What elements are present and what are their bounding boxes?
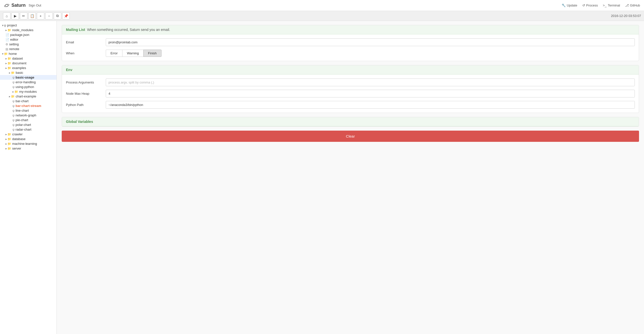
sidebar-item-my-modules[interactable]: ▸📁my-modules <box>0 89 56 94</box>
server-icon: ▸📁 <box>6 147 11 150</box>
crawler-label: crawler <box>12 132 23 136</box>
copy-button[interactable]: ⧉ <box>54 13 61 20</box>
add-button[interactable]: + <box>37 13 44 20</box>
sidebar-item-project[interactable]: ▾ψproject <box>0 23 56 28</box>
sidebar-item-server[interactable]: ▸📁server <box>0 146 56 151</box>
bar-chart-icon: ψ <box>12 99 15 103</box>
navbar-left: Saturn Sign Out <box>4 3 41 8</box>
node-heap-label: Node Max Heap <box>66 92 106 95</box>
sidebar-item-setting[interactable]: ⚙setting <box>0 42 56 47</box>
sign-out-link[interactable]: Sign Out <box>28 4 41 7</box>
basic-label: basic <box>16 71 23 75</box>
sidebar-item-basic[interactable]: ▸📁basic <box>0 70 56 75</box>
editor-icon: 📄 <box>6 38 9 41</box>
pin-button[interactable]: 📌 <box>62 13 70 20</box>
sidebar-item-chart-example[interactable]: ▸📁chart-example <box>0 94 56 99</box>
mailing-list-header: Mailing List When something occurred, Sa… <box>62 25 639 34</box>
examples-icon: ▸📁 <box>6 66 11 70</box>
chart-example-icon: ▸📁 <box>9 95 15 98</box>
home-label: home <box>9 52 17 56</box>
dataset-icon: ▸📁 <box>6 57 11 60</box>
saturn-logo-icon <box>4 3 10 8</box>
sidebar: ▾ψproject▸📁node_modules📄package.json📄edi… <box>0 21 57 334</box>
error-button[interactable]: Error <box>106 50 122 57</box>
toolbar-timestamp: 2016-12-20 03:53:07 <box>611 14 641 18</box>
process-args-input[interactable] <box>106 79 635 86</box>
bar-chart-label: bar-chart <box>16 99 28 103</box>
node_modules-icon: ▸📁 <box>6 28 11 32</box>
terminal-icon: >_ <box>603 4 607 7</box>
email-input[interactable] <box>106 38 635 46</box>
database-icon: ▸📁 <box>6 137 11 141</box>
sidebar-item-node_modules[interactable]: ▸📁node_modules <box>0 28 56 32</box>
process-action[interactable]: ↺ Process <box>582 4 598 7</box>
sidebar-item-document[interactable]: ▸📁document <box>0 61 56 66</box>
error-handling-icon: ψ <box>12 81 15 84</box>
when-label: When <box>66 51 106 55</box>
sidebar-item-error-handling[interactable]: ψerror-handling <box>0 80 56 84</box>
pie-chart-icon: ψ <box>12 118 15 122</box>
sidebar-item-package_json[interactable]: 📄package.json <box>0 32 56 37</box>
run-button[interactable]: ▶ <box>12 13 19 20</box>
python-path-row: Python Path <box>66 101 635 109</box>
toolbar: ⌂ ▶ ✏ 📋 + − ⧉ 📌 2016-12-20 03:53:07 <box>0 11 644 21</box>
update-action[interactable]: 🔧 Update <box>562 4 577 7</box>
python-path-input[interactable] <box>106 101 635 109</box>
brand: Saturn <box>4 3 26 8</box>
sidebar-item-pie-chart[interactable]: ψpie-chart <box>0 118 56 122</box>
crawler-icon: ▸📁 <box>6 133 11 136</box>
machine-learning-icon: ▸📁 <box>6 142 11 145</box>
examples-label: examples <box>12 66 26 70</box>
env-header: Env <box>62 65 639 75</box>
warning-button[interactable]: Warning <box>122 50 144 57</box>
env-section: Env Process Arguments Node Max Heap Pyth… <box>62 65 639 113</box>
sidebar-item-radar-chart[interactable]: ψradar-chart <box>0 127 56 132</box>
sidebar-item-line-chart[interactable]: ψline-chart <box>0 108 56 113</box>
when-row: When Error Warning Finish <box>66 50 635 57</box>
sidebar-item-database[interactable]: ▸📁database <box>0 137 56 141</box>
sidebar-item-editor[interactable]: 📄editor <box>0 37 56 42</box>
line-chart-icon: ψ <box>12 109 15 112</box>
sidebar-item-crawler[interactable]: ▸📁crawler <box>0 132 56 137</box>
sidebar-item-machine-learning[interactable]: ▸📁machine-learning <box>0 141 56 146</box>
top-navbar: Saturn Sign Out 🔧 Update ↺ Process >_ Te… <box>0 0 644 11</box>
machine-learning-label: machine-learning <box>12 142 37 145</box>
sidebar-item-dataset[interactable]: ▸📁dataset <box>0 56 56 61</box>
env-body: Process Arguments Node Max Heap Python P… <box>62 75 639 113</box>
sidebar-item-home[interactable]: ▾📁home <box>0 51 56 56</box>
process-args-row: Process Arguments <box>66 79 635 86</box>
setting-label: setting <box>9 42 19 46</box>
sidebar-item-examples[interactable]: ▸📁examples <box>0 66 56 70</box>
remote-icon: ▤ <box>6 47 8 51</box>
sidebar-item-using-python[interactable]: ψusing-python <box>0 84 56 89</box>
sidebar-item-bar-chart-stream[interactable]: ψbar-chart-stream <box>0 103 56 108</box>
sidebar-item-remote[interactable]: ▤remote <box>0 47 56 51</box>
terminal-action[interactable]: >_ Terminal <box>603 4 620 7</box>
basic-usage-icon: ψ <box>12 76 15 79</box>
using-python-label: using-python <box>16 85 34 89</box>
sidebar-item-basic-usage[interactable]: ψbasic-usage <box>0 75 56 80</box>
pie-chart-label: pie-chart <box>16 118 28 122</box>
setting-icon: ⚙ <box>6 43 8 46</box>
main-layout: ▾ψproject▸📁node_modules📄package.json📄edi… <box>0 21 644 334</box>
save-button[interactable]: 📋 <box>28 13 36 20</box>
database-label: database <box>12 137 26 141</box>
clear-button[interactable]: Clear <box>62 131 639 142</box>
node-heap-input[interactable] <box>106 90 635 97</box>
sidebar-item-bar-chart[interactable]: ψbar-chart <box>0 99 56 103</box>
sidebar-item-network-graph[interactable]: ψnetwork-graph <box>0 113 56 118</box>
my-modules-label: my-modules <box>19 90 37 93</box>
radar-chart-icon: ψ <box>12 128 15 131</box>
sidebar-item-polar-chart[interactable]: ψpolar-chart <box>0 122 56 127</box>
home-button[interactable]: ⌂ <box>3 13 10 20</box>
finish-button[interactable]: Finish <box>143 50 162 57</box>
node_modules-label: node_modules <box>12 28 33 32</box>
project-icon: ▾ψ <box>2 24 6 27</box>
server-label: server <box>12 146 21 150</box>
bar-chart-stream-label: bar-chart-stream <box>16 104 41 108</box>
polar-chart-label: polar-chart <box>16 123 31 127</box>
edit-button[interactable]: ✏ <box>20 13 27 20</box>
github-action[interactable]: ⎇ GitHub <box>625 4 640 7</box>
remove-button[interactable]: − <box>45 13 53 20</box>
email-row: Email <box>66 38 635 46</box>
